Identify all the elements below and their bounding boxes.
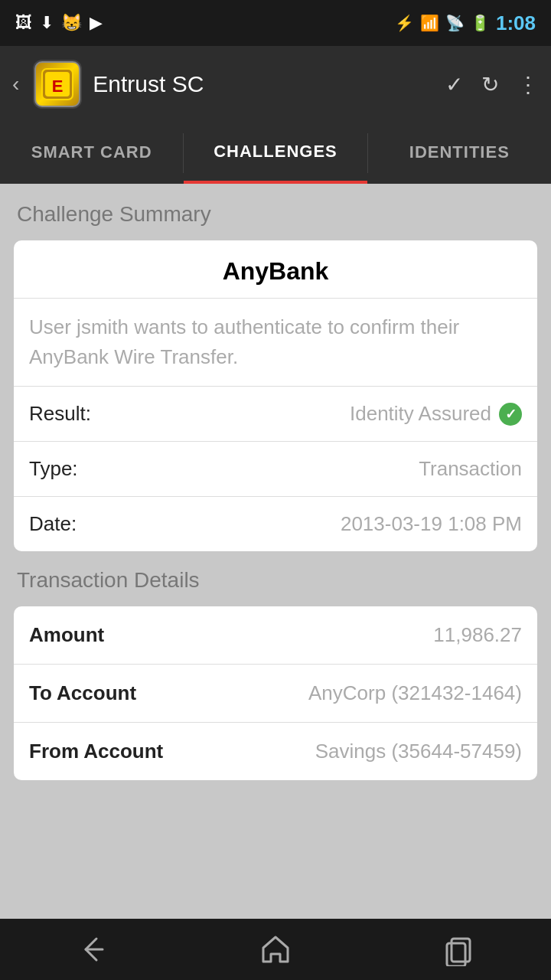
amount-value: 11,986.27 xyxy=(197,623,522,647)
status-icons-left: 🖼 ⬇ 😸 ▶ xyxy=(15,13,103,33)
result-value: Identity Assured ✓ xyxy=(136,402,522,426)
type-row: Type: Transaction xyxy=(14,442,537,497)
status-time: 1:08 xyxy=(496,11,536,35)
refresh-button[interactable]: ↻ xyxy=(481,72,499,97)
date-label: Date: xyxy=(29,512,136,536)
date-value: 2013-03-19 1:08 PM xyxy=(136,512,522,536)
back-button[interactable]: ‹ xyxy=(12,72,19,96)
checkmark-button[interactable]: ✓ xyxy=(445,72,463,97)
nav-recents-button[interactable] xyxy=(442,933,476,966)
wifi-icon: 📡 xyxy=(445,14,465,32)
battery-icon: 🔋 xyxy=(471,14,490,32)
amount-row: Amount 11,986.27 xyxy=(14,606,537,665)
app-bar-actions: ✓ ↻ ⋮ xyxy=(445,72,539,97)
gallery-icon: 🖼 xyxy=(15,13,32,33)
svg-text:E: E xyxy=(52,77,64,96)
bottom-nav xyxy=(0,919,551,980)
transaction-details-card: Amount 11,986.27 To Account AnyCorp (321… xyxy=(14,606,537,780)
challenge-summary-title: Challenge Summary xyxy=(14,202,537,227)
tabs: SMART CARD CHALLENGES IDENTITIES xyxy=(0,122,551,184)
tab-challenges[interactable]: CHALLENGES xyxy=(184,122,367,184)
nav-back-button[interactable] xyxy=(75,933,109,966)
app-icon: E xyxy=(33,60,82,109)
transaction-details-title: Transaction Details xyxy=(14,568,537,593)
app-title: Entrust SC xyxy=(93,71,435,97)
main-content: Challenge Summary AnyBank User jsmith wa… xyxy=(0,184,551,919)
signal-icon: 📶 xyxy=(420,14,439,32)
result-row: Result: Identity Assured ✓ xyxy=(14,387,537,442)
app-icon-inner: E xyxy=(34,61,80,107)
download-icon: ⬇ xyxy=(40,13,54,33)
challenge-description: User jsmith wants to authenticate to con… xyxy=(14,299,537,387)
to-account-row: To Account AnyCorp (321432-1464) xyxy=(14,665,537,723)
challenge-summary-card: AnyBank User jsmith wants to authenticat… xyxy=(14,240,537,551)
to-account-value: AnyCorp (321432-1464) xyxy=(197,681,522,705)
bank-name: AnyBank xyxy=(14,240,537,299)
type-value: Transaction xyxy=(136,457,522,481)
type-label: Type: xyxy=(29,457,136,481)
status-icons-right: ⚡ 📶 📡 🔋 1:08 xyxy=(395,11,536,35)
status-bar: 🖼 ⬇ 😸 ▶ ⚡ 📶 📡 🔋 1:08 xyxy=(0,0,551,46)
app-icon-1: 😸 xyxy=(61,13,82,33)
to-account-label: To Account xyxy=(29,681,197,705)
app-bar: ‹ E Entrust SC ✓ ↻ ⋮ xyxy=(0,46,551,122)
more-button[interactable]: ⋮ xyxy=(517,72,539,97)
play-icon: ▶ xyxy=(90,13,103,33)
identity-assured-icon: ✓ xyxy=(499,403,522,426)
tab-identities[interactable]: IDENTITIES xyxy=(368,122,551,184)
amount-label: Amount xyxy=(29,623,197,647)
nav-home-button[interactable] xyxy=(259,933,292,966)
tab-smart-card[interactable]: SMART CARD xyxy=(0,122,183,184)
from-account-row: From Account Savings (35644-57459) xyxy=(14,723,537,780)
date-row: Date: 2013-03-19 1:08 PM xyxy=(14,497,537,551)
bluetooth-icon: ⚡ xyxy=(395,14,414,32)
result-label: Result: xyxy=(29,402,136,426)
from-account-label: From Account xyxy=(29,740,197,763)
from-account-value: Savings (35644-57459) xyxy=(197,740,522,763)
